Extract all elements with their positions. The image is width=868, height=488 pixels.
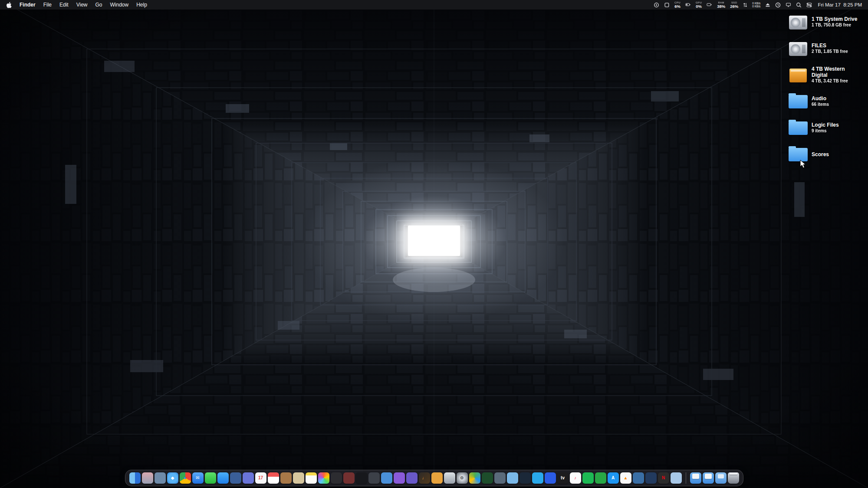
files-drive-icon[interactable]: FILES 2 TB, 1.85 TB free bbox=[788, 39, 861, 59]
dark-green-app-icon[interactable] bbox=[482, 472, 493, 484]
safari-app-icon[interactable]: ◆ bbox=[167, 472, 178, 484]
charcoal-app-icon[interactable] bbox=[368, 472, 380, 484]
battery-icon-2[interactable] bbox=[707, 2, 712, 7]
discord-app-icon[interactable] bbox=[243, 472, 254, 484]
ssd-value: 26% bbox=[730, 4, 738, 9]
photos-app-icon[interactable] bbox=[318, 472, 329, 484]
logic-pro-app-icon[interactable] bbox=[444, 472, 455, 484]
spotlight-icon[interactable] bbox=[796, 2, 802, 8]
cpu-meter[interactable]: CPU 6% bbox=[674, 1, 681, 9]
violet-app-icon[interactable] bbox=[406, 472, 418, 484]
audio-folder-icon[interactable]: Audio 66 items bbox=[788, 92, 861, 112]
app-glyph: 17 bbox=[258, 476, 263, 480]
blue-dark-app-icon[interactable] bbox=[230, 472, 241, 484]
menu-item[interactable]: Go bbox=[95, 2, 102, 8]
obs-app-icon[interactable] bbox=[331, 472, 342, 484]
cpu-value: 6% bbox=[674, 4, 681, 9]
documents-stack-icon[interactable] bbox=[703, 472, 714, 484]
apple-tv-app-icon[interactable]: tv bbox=[557, 472, 569, 484]
menu-item[interactable]: Window bbox=[110, 2, 129, 8]
net-up: 0 KB/s bbox=[752, 2, 760, 5]
desktop-item-info: 4 TB, 3.42 TB free bbox=[812, 79, 861, 84]
navy-app-icon[interactable] bbox=[645, 472, 657, 484]
battery-icon[interactable] bbox=[685, 2, 691, 7]
menu-bar: Finder FileEditViewGoWindowHelp CPU 6% bbox=[0, 0, 868, 10]
apps-stack-icon[interactable] bbox=[715, 472, 727, 484]
cpu-label: CPU bbox=[674, 1, 681, 4]
sphere-app-icon[interactable] bbox=[469, 472, 480, 484]
calendar-app-icon[interactable]: 17 bbox=[255, 472, 266, 484]
steel-blue-app-icon[interactable] bbox=[633, 472, 644, 484]
messages-app-icon[interactable] bbox=[205, 472, 216, 484]
desktop-item-name: FILES bbox=[812, 43, 848, 49]
green-app-icon[interactable] bbox=[595, 472, 606, 484]
powder-blue-app-icon[interactable] bbox=[671, 472, 682, 484]
airplay-icon[interactable] bbox=[786, 2, 791, 7]
istat-icon[interactable] bbox=[654, 2, 659, 8]
desktop-item-info: 9 items bbox=[812, 128, 839, 134]
ssd-meter[interactable]: SSD 26% bbox=[730, 1, 738, 9]
finder-app-icon[interactable] bbox=[129, 472, 141, 484]
steam-app-icon[interactable] bbox=[519, 472, 531, 484]
maroon-app-icon[interactable] bbox=[343, 472, 355, 484]
app-store-icon[interactable]: A bbox=[608, 472, 619, 484]
stickies-app-icon[interactable] bbox=[293, 472, 304, 484]
time-machine-icon[interactable] bbox=[775, 2, 781, 8]
slate-app-icon[interactable] bbox=[494, 472, 506, 484]
hard-drive-icon bbox=[788, 40, 808, 58]
ram-meter[interactable]: RAM 38% bbox=[717, 1, 725, 9]
gpu-meter[interactable]: GPU 0% bbox=[696, 1, 702, 9]
dock: ◆ ● ✉ bbox=[125, 470, 743, 486]
app-glyph: ♩ bbox=[422, 476, 427, 480]
cube-icon[interactable] bbox=[664, 2, 670, 8]
royal-blue-app-icon[interactable] bbox=[545, 472, 556, 484]
desktop-item-label: Logic Files 9 items bbox=[812, 122, 839, 134]
twitter-app-icon[interactable] bbox=[507, 472, 518, 484]
amber-app-icon[interactable] bbox=[431, 472, 443, 484]
vlc-app-icon[interactable]: ▲ bbox=[620, 472, 631, 484]
folder-icon bbox=[788, 119, 808, 138]
network-meter[interactable]: 0 KB/s 0 KB/s bbox=[752, 2, 760, 8]
brown-notes-app-icon[interactable] bbox=[280, 472, 292, 484]
downloads-stack-icon[interactable] bbox=[690, 472, 701, 484]
spotify-app-icon[interactable] bbox=[582, 472, 594, 484]
dock-extras bbox=[690, 472, 739, 484]
facetime-app-icon[interactable] bbox=[217, 472, 229, 484]
scores-folder-icon[interactable]: Scores bbox=[788, 144, 861, 165]
telegram-app-icon[interactable] bbox=[532, 472, 543, 484]
folder-icon bbox=[788, 93, 808, 111]
app-menus: FileEditViewGoWindowHelp bbox=[43, 2, 147, 8]
files-app-icon[interactable] bbox=[155, 472, 166, 484]
desktop-item-info: 1 TB, 750.8 GB free bbox=[812, 23, 857, 28]
menu-bar-clock[interactable]: Fri Mar 17 8:25 PM bbox=[818, 2, 862, 7]
gpu-label: GPU bbox=[696, 1, 702, 4]
desktop-item-name: Logic Files bbox=[812, 122, 839, 128]
purple-app-icon[interactable] bbox=[394, 472, 405, 484]
dock-apps: ◆ ● ✉ bbox=[129, 472, 682, 484]
system-settings-app-icon[interactable]: ⚙ bbox=[457, 472, 468, 484]
logic-files-folder-icon[interactable]: Logic Files 9 items bbox=[788, 118, 861, 138]
globe-app-icon[interactable] bbox=[381, 472, 392, 484]
menu-item[interactable]: File bbox=[43, 2, 52, 8]
eject-icon[interactable] bbox=[765, 2, 770, 7]
menu-item[interactable]: Edit bbox=[59, 2, 69, 8]
desktop-item-label: 1 TB System Drive 1 TB, 750.8 GB free bbox=[812, 16, 857, 28]
chrome-app-icon[interactable]: ● bbox=[180, 472, 191, 484]
menu-item[interactable]: View bbox=[76, 2, 88, 8]
system-drive-icon[interactable]: 1 TB System Drive 1 TB, 750.8 GB free bbox=[788, 12, 861, 33]
mail-app-icon[interactable]: ✉ bbox=[192, 472, 204, 484]
apple-menu-icon[interactable] bbox=[6, 2, 12, 8]
updown-arrows-icon[interactable] bbox=[743, 2, 747, 8]
black-app-icon[interactable] bbox=[356, 472, 367, 484]
garageband-app-icon[interactable]: ♩ bbox=[419, 472, 430, 484]
control-center-icon[interactable] bbox=[806, 2, 812, 8]
western-digital-drive-icon[interactable]: 4 TB Western Digital 4 TB, 3.42 TB free bbox=[788, 65, 861, 85]
music-app-icon[interactable]: ♪ bbox=[570, 472, 581, 484]
netflix-app-icon[interactable]: N bbox=[658, 472, 669, 484]
contacts-app-icon[interactable] bbox=[142, 472, 153, 484]
menu-item[interactable]: Help bbox=[136, 2, 147, 8]
active-app-name[interactable]: Finder bbox=[20, 2, 36, 8]
notes-app-icon[interactable] bbox=[306, 472, 317, 484]
trash-icon[interactable] bbox=[728, 472, 739, 484]
fantastical-app-icon[interactable] bbox=[268, 472, 279, 484]
